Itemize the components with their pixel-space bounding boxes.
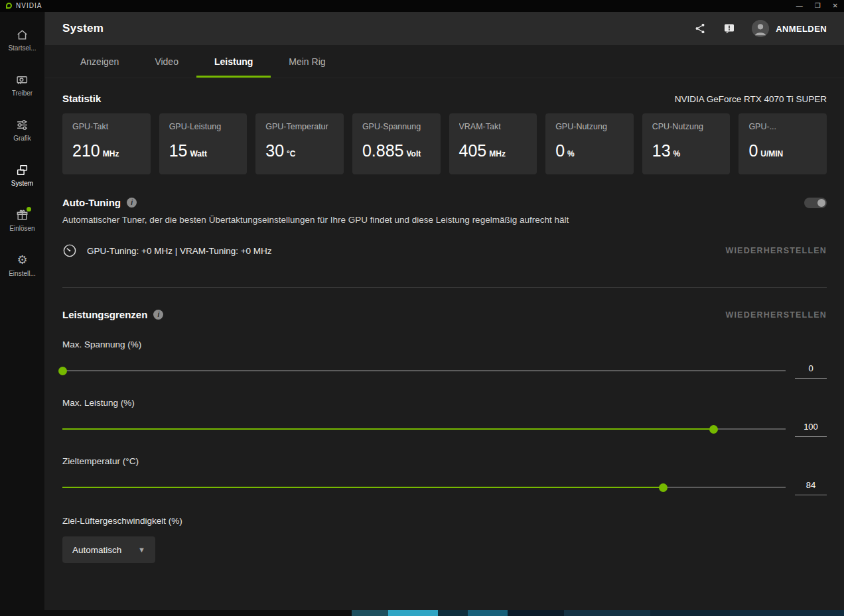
stat-value: 15Watt xyxy=(169,141,238,160)
max-voltage-slider[interactable] xyxy=(62,367,786,375)
slider-label: Max. Leistung (%) xyxy=(62,398,827,408)
tab-leistung[interactable]: Leistung xyxy=(196,45,271,78)
tab-label: Mein Rig xyxy=(289,56,325,67)
stat-card-gpu-temperatur: GPU-Temperatur 30°C xyxy=(255,113,344,174)
driver-icon xyxy=(16,74,29,86)
stat-label: GPU-Spannung xyxy=(362,122,431,131)
stat-value: 210MHz xyxy=(72,141,141,160)
sidebar-item-graphics[interactable]: Grafik xyxy=(0,107,44,153)
sidebar-item-label: Startsei... xyxy=(8,44,36,52)
graphics-sliders-icon xyxy=(16,119,29,131)
max-power-slider[interactable] xyxy=(62,425,786,434)
nvidia-app-window: NVIDIA — ❐ ✕ Startsei... xyxy=(0,0,844,616)
stat-value: 30°C xyxy=(265,141,334,160)
stat-label: GPU-Leistung xyxy=(169,122,238,131)
slider-label: Zieltemperatur (°C) xyxy=(62,456,827,466)
stat-label: GPU-Takt xyxy=(72,122,141,131)
page-header: System xyxy=(45,12,844,45)
sidebar-item-label: Grafik xyxy=(13,135,31,142)
sidebar: Startsei... Treiber xyxy=(0,12,45,610)
avatar xyxy=(752,20,769,37)
sidebar-item-system[interactable]: System xyxy=(0,153,44,198)
tab-bar: Anzeigen Video Leistung Mein Rig xyxy=(45,45,844,78)
section-divider xyxy=(62,287,827,288)
target-temp-slider-group: Zieltemperatur (°C) 84 xyxy=(62,456,827,495)
page-title: System xyxy=(62,22,104,35)
slider-knob[interactable] xyxy=(659,483,668,492)
max-power-value[interactable]: 100 xyxy=(795,422,827,437)
desktop-strip xyxy=(0,610,844,616)
slider-knob[interactable] xyxy=(709,425,718,434)
stat-label: GPU-Temperatur xyxy=(265,122,334,131)
sidebar-item-driver[interactable]: Treiber xyxy=(0,62,44,107)
sidebar-item-label: Treiber xyxy=(12,90,33,97)
close-icon[interactable]: ✕ xyxy=(833,0,838,12)
page-content: Statistik NVIDIA GeForce RTX 4070 Ti SUP… xyxy=(45,78,844,610)
auto-tuning-toggle[interactable] xyxy=(804,198,827,208)
info-icon[interactable]: i xyxy=(127,198,137,208)
stat-card-gpu-spannung: GPU-Spannung 0.885Volt xyxy=(352,113,441,174)
stat-card-gpu-fan: GPU-... 0U/MIN xyxy=(738,113,827,174)
auto-tuning-description: Automatischer Tuner, der die besten Über… xyxy=(62,215,827,225)
stat-card-gpu-takt: GPU-Takt 210MHz xyxy=(62,113,151,174)
info-icon[interactable]: i xyxy=(153,310,163,320)
max-voltage-value[interactable]: 0 xyxy=(795,363,827,379)
window-controls: — ❐ ✕ xyxy=(796,0,838,12)
minimize-icon[interactable]: — xyxy=(796,0,803,12)
sidebar-item-redeem[interactable]: Einlösen xyxy=(0,198,44,243)
tab-label: Leistung xyxy=(214,56,253,67)
window-titlebar: NVIDIA — ❐ ✕ xyxy=(0,0,844,12)
tab-video[interactable]: Video xyxy=(137,45,196,78)
stat-label: GPU-Nutzung xyxy=(555,122,624,131)
share-icon[interactable] xyxy=(693,22,707,35)
slider-knob[interactable] xyxy=(58,367,67,375)
sidebar-item-home[interactable]: Startsei... xyxy=(0,17,44,62)
stat-value: 405MHz xyxy=(459,141,528,160)
stat-label: VRAM-Takt xyxy=(459,122,528,131)
fan-speed-label: Ziel-Lüftergeschwindigkeit (%) xyxy=(62,516,827,526)
dropdown-value: Automatisch xyxy=(72,545,121,555)
system-icon xyxy=(16,164,29,176)
stat-value: 0% xyxy=(555,141,624,160)
gauge-icon xyxy=(62,243,77,258)
tab-label: Anzeigen xyxy=(80,56,119,67)
window-title: NVIDIA xyxy=(16,2,42,9)
limits-title: Leistungsgrenzen i xyxy=(62,309,163,320)
sidebar-item-settings[interactable]: ⚙ Einstell... xyxy=(0,243,44,288)
stat-label: GPU-... xyxy=(748,122,817,131)
tuning-status: GPU-Tuning: +0 MHz | VRAM-Tuning: +0 MHz xyxy=(87,246,272,256)
login-button[interactable]: ANMELDEN xyxy=(752,20,827,37)
stat-value: 0.885Volt xyxy=(362,141,431,160)
max-power-slider-group: Max. Leistung (%) 100 xyxy=(62,398,827,437)
sidebar-item-label: Einstell... xyxy=(9,270,36,277)
tab-label: Video xyxy=(155,56,178,67)
feedback-icon[interactable] xyxy=(723,22,736,35)
slider-label: Max. Spannung (%) xyxy=(62,339,827,349)
slider-fill xyxy=(62,487,663,488)
stat-card-vram-takt: VRAM-Takt 405MHz xyxy=(449,113,537,174)
fan-speed-dropdown[interactable]: Automatisch ▼ xyxy=(62,536,155,563)
stat-card-gpu-leistung: GPU-Leistung 15Watt xyxy=(159,113,247,174)
limits-restore-button[interactable]: WIEDERHERSTELLEN xyxy=(725,310,827,320)
sidebar-item-label: System xyxy=(11,180,33,187)
max-voltage-slider-group: Max. Spannung (%) 0 xyxy=(62,339,827,379)
sidebar-item-label: Einlösen xyxy=(9,225,35,232)
target-temp-value[interactable]: 84 xyxy=(795,480,827,495)
stat-card-cpu-nutzung: CPU-Nutzung 13% xyxy=(642,113,731,174)
slider-fill xyxy=(62,428,713,430)
auto-tuning-restore-button[interactable]: WIEDERHERSTELLEN xyxy=(725,246,827,255)
gift-icon xyxy=(16,209,29,221)
stat-value: 13% xyxy=(652,141,721,160)
stat-value: 0U/MIN xyxy=(748,141,817,160)
home-icon xyxy=(16,29,29,41)
gear-icon: ⚙ xyxy=(16,254,29,267)
toggle-knob xyxy=(817,199,825,207)
notification-dot xyxy=(27,207,31,212)
tab-anzeigen[interactable]: Anzeigen xyxy=(62,45,137,78)
target-temp-slider[interactable] xyxy=(62,483,786,492)
maximize-icon[interactable]: ❐ xyxy=(815,0,821,12)
stat-card-gpu-nutzung: GPU-Nutzung 0% xyxy=(545,113,634,174)
tab-mein-rig[interactable]: Mein Rig xyxy=(271,45,343,78)
stat-cards: GPU-Takt 210MHz GPU-Leistung 15Watt GPU-… xyxy=(62,113,827,174)
stat-label: CPU-Nutzung xyxy=(652,122,721,131)
